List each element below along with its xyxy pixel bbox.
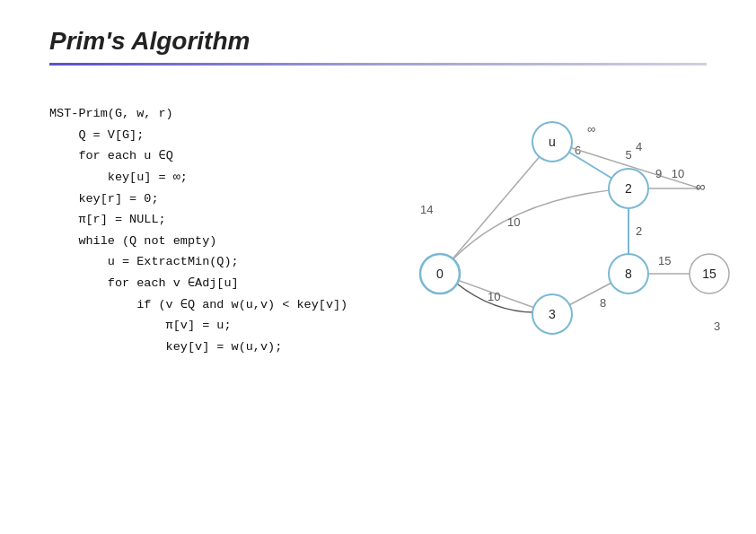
code-line-8: u = ExtractMin(Q); <box>49 251 347 273</box>
code-line-4: key[u] = ∞; <box>49 167 347 188</box>
code-line-12: key[v] = w(u,v); <box>49 337 347 358</box>
node-inf-label: ∞ <box>696 179 706 194</box>
edge-label-3: 3 <box>714 320 720 333</box>
edge-label-9: 9 <box>655 167 662 180</box>
code-line-5: key[r] = 0; <box>49 188 347 210</box>
graph-svg: 14 10 6 4 9 2 8 15 3 <box>323 90 736 395</box>
node-u-key: ∞ <box>587 122 595 136</box>
code-line-3: for each u ∈Q <box>49 145 347 167</box>
code-line-11: π[v] = u; <box>49 315 347 337</box>
code-line-2: Q = V[G]; <box>49 125 347 146</box>
code-line-9: for each v ∈Adj[u] <box>49 273 347 294</box>
edge-label-4: 4 <box>636 140 642 153</box>
node-2-key: 5 <box>625 148 631 162</box>
code-line-1: MST-Prim(G, w, r) <box>49 103 347 125</box>
node-15-label: 15 <box>702 267 716 281</box>
graph-area: 14 10 6 4 9 2 8 15 3 <box>323 90 736 395</box>
code-line-6: π[r] = NULL; <box>49 209 347 231</box>
edge-label-8: 8 <box>600 296 606 310</box>
code-block: MST-Prim(G, w, r) Q = V[G]; for each u ∈… <box>49 103 347 358</box>
edge-0-2-curve <box>440 188 629 274</box>
edge-label-10a: 10 <box>488 290 500 303</box>
node-0-label: 0 <box>436 267 444 281</box>
title-divider <box>49 63 707 66</box>
edge-label-15: 15 <box>658 254 671 267</box>
code-line-10: if (v ∈Q and w(u,v) < key[v]) <box>49 294 347 316</box>
code-line-7: while (Q not empty) <box>49 231 347 252</box>
key-10-label: 10 <box>672 167 684 180</box>
node-u-label: u <box>549 135 556 149</box>
edge-label-10b: 10 <box>507 215 520 229</box>
edge-label-2: 2 <box>636 224 642 238</box>
edge-label-14: 14 <box>420 203 433 216</box>
node-2-label: 2 <box>625 181 632 196</box>
page-title: Prim's Algorithm <box>0 0 756 63</box>
node-8-label: 8 <box>625 267 632 281</box>
node-3-label: 3 <box>549 307 556 321</box>
